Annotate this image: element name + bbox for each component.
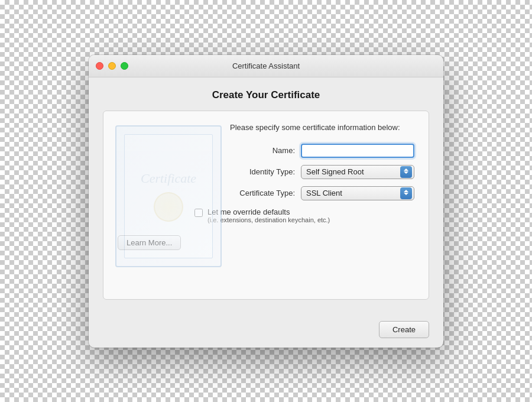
cert-decorative-text: Certificate	[141, 171, 196, 186]
cert-outer: Certificate	[115, 125, 222, 267]
name-input[interactable]	[301, 144, 414, 158]
create-button[interactable]: Create	[379, 321, 429, 338]
cert-inner: Certificate	[124, 134, 213, 258]
certificate-type-select-wrapper: SSL Client SSL Server Code Signing S/MIM…	[301, 186, 414, 200]
certificate-assistant-window: Certificate Assistant Create Your Certif…	[89, 55, 443, 348]
identity-type-select-wrapper: Self Signed Root Intermediate CA Root CA	[301, 165, 414, 179]
override-sublabel: (i.e. extensions, destination keychain, …	[207, 216, 330, 223]
close-button[interactable]	[96, 62, 103, 70]
certificate-type-label: Certificate Type:	[230, 189, 301, 197]
certificate-type-row: Certificate Type: SSL Client SSL Server …	[230, 186, 414, 200]
override-label: Let me override defaults	[207, 208, 330, 216]
window-footer: Create	[89, 314, 443, 348]
window-body: Create Your Certificate Certificate Plea…	[89, 77, 443, 314]
minimize-button[interactable]	[108, 62, 116, 70]
content-panel: Certificate Please specify some certific…	[103, 111, 429, 300]
name-row: Name:	[230, 144, 414, 158]
certificate-illustration: Certificate	[115, 125, 222, 267]
page-title: Create Your Certificate	[103, 89, 429, 101]
traffic-lights	[96, 62, 128, 70]
window-title: Certificate Assistant	[232, 61, 300, 70]
override-text-block: Let me override defaults (i.e. extension…	[207, 208, 330, 223]
name-label: Name:	[230, 146, 301, 155]
title-bar: Certificate Assistant	[89, 55, 443, 77]
identity-type-label: Identity Type:	[230, 167, 301, 176]
identity-type-select[interactable]: Self Signed Root Intermediate CA Root CA	[301, 165, 414, 179]
identity-type-row: Identity Type: Self Signed Root Intermed…	[230, 165, 414, 179]
maximize-button[interactable]	[121, 62, 128, 70]
cert-seal	[154, 192, 183, 222]
certificate-type-select[interactable]: SSL Client SSL Server Code Signing S/MIM…	[301, 186, 414, 200]
